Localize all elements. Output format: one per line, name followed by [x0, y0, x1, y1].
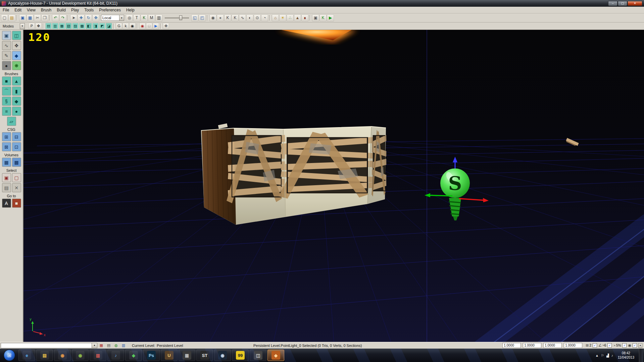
viewmode-wireframe-button[interactable]: ▥: [52, 23, 58, 29]
menu-item[interactable]: Brush: [38, 7, 54, 13]
scale-field[interactable]: 1.0000: [502, 343, 521, 348]
actor-classes-button[interactable]: T: [133, 14, 140, 21]
show-sprites-icon[interactable]: ◍: [113, 343, 119, 349]
menu-item[interactable]: Help: [123, 7, 137, 13]
chevron-down-icon[interactable]: ▼: [638, 343, 642, 348]
camera-capture-button[interactable]: ◉: [139, 23, 146, 29]
volumetric-brush-button[interactable]: ▱: [7, 117, 16, 126]
camera-speed-button[interactable]: ◉: [209, 14, 216, 21]
viewmode-unlit-button[interactable]: ▦: [59, 23, 65, 29]
taskbar-photoshop[interactable]: Ps: [143, 350, 160, 361]
rotation-grid-widget[interactable]: ∠ ~6: [598, 343, 606, 348]
show-desktop-button[interactable]: [639, 349, 643, 362]
scale-field[interactable]: 1.0000: [564, 343, 582, 348]
search-actors-button[interactable]: ◎: [126, 14, 133, 21]
taskbar-chrome[interactable]: ◉: [72, 350, 89, 361]
menu-item[interactable]: File: [0, 7, 12, 13]
csg-subtract-button[interactable]: ⊟: [12, 132, 21, 141]
menu-item[interactable]: Edit: [12, 7, 24, 13]
save-map-button[interactable]: ▣: [19, 14, 26, 21]
content-browser-button[interactable]: ▥: [155, 14, 162, 21]
chevron-down-icon[interactable]: ▼: [20, 23, 25, 29]
new-map-button[interactable]: ▢: [1, 14, 8, 21]
close-button[interactable]: ✕: [628, 1, 642, 6]
rotation-grid-checkbox[interactable]: ✓: [607, 343, 612, 348]
menu-item[interactable]: Preferences: [96, 7, 123, 13]
action-center-icon[interactable]: ⚐: [601, 354, 604, 357]
pan-tool-button[interactable]: ✥: [163, 23, 169, 29]
status-dropdown[interactable]: [1, 343, 92, 348]
menu-item[interactable]: Play: [68, 7, 82, 13]
taskbar-windows-explorer[interactable]: ▤: [36, 350, 53, 361]
volume-icon[interactable]: ♪: [611, 354, 613, 357]
taskbar-internet-explorer[interactable]: e: [18, 350, 35, 361]
taskbar-media-player[interactable]: ◉: [54, 350, 71, 361]
build-geometry-button[interactable]: ⌂: [272, 14, 279, 21]
menu-item[interactable]: Tools: [82, 7, 96, 13]
perspective-toggle-button[interactable]: P: [29, 23, 35, 29]
clear-viewport-button[interactable]: □: [146, 23, 152, 29]
game-view-button[interactable]: G: [116, 23, 122, 29]
scale-mode-button[interactable]: ✥: [92, 14, 99, 21]
geometry-mode-button[interactable]: ◆: [12, 51, 21, 60]
viewport-canvas[interactable]: S y x 120: [23, 30, 644, 342]
show-brushes-icon[interactable]: ▤: [106, 343, 112, 349]
sheet-brush-button[interactable]: ◆: [12, 97, 21, 106]
sphere-brush-button[interactable]: ●: [12, 107, 21, 116]
spiral-stair-brush-button[interactable]: §: [2, 97, 11, 106]
linear-stair-brush-button[interactable]: ≡: [2, 107, 11, 116]
cylinder-brush-button[interactable]: ▮: [12, 87, 21, 96]
translate-widget-button[interactable]: ✥: [12, 41, 21, 50]
select-mode-button[interactable]: ➤: [70, 14, 77, 21]
save-all-button[interactable]: ▦: [27, 14, 34, 21]
scene-manager-button[interactable]: K: [232, 14, 239, 21]
taskbar-st-app[interactable]: ST: [196, 350, 213, 361]
minimize-button[interactable]: –: [608, 1, 617, 6]
udk-frontend-button[interactable]: K: [319, 14, 327, 21]
play-in-editor-button[interactable]: ▶: [327, 14, 334, 21]
drag-grid-widget[interactable]: ⊞ 2: [586, 343, 591, 348]
world-properties-button[interactable]: ◐: [246, 14, 253, 21]
autosave-checkbox[interactable]: ✓: [622, 343, 627, 348]
coordinate-system-dropdown[interactable]: Local ▼: [101, 15, 124, 21]
open-map-button[interactable]: ▤: [8, 14, 15, 21]
cook-frontend-button[interactable]: ▣: [312, 14, 319, 21]
status-dropdown-arrow-icon[interactable]: ▼: [92, 343, 97, 348]
redo-button[interactable]: ↷: [59, 14, 66, 21]
realtime-audio-button[interactable]: ●: [217, 14, 224, 21]
viewmode-light-complexity-button[interactable]: ◧: [86, 23, 92, 29]
viewmode-lighting-only-button[interactable]: ▩: [79, 23, 85, 29]
taskbar-udk[interactable]: U: [161, 350, 178, 361]
open-kismet-button[interactable]: K: [141, 14, 148, 21]
build-paths-button[interactable]: ∴: [287, 14, 294, 21]
viewmode-lightmap-density-button[interactable]: ◪: [106, 23, 112, 29]
csg-intersect-button[interactable]: ⊠: [2, 142, 11, 151]
csg-add-button[interactable]: ⊞: [2, 132, 11, 141]
mesh-paint-mode-button[interactable]: ●: [2, 61, 11, 70]
menu-item[interactable]: View: [24, 7, 38, 13]
taskbar-green-app[interactable]: ◆: [125, 350, 142, 361]
drag-grid-checkbox[interactable]: ✓: [593, 343, 597, 348]
kismet-debugger-button[interactable]: K: [224, 14, 231, 21]
autosave-widget[interactable]: ◔ 5%: [613, 344, 621, 348]
network-icon[interactable]: ▟: [606, 354, 609, 357]
viewmode-lit-button[interactable]: ▧: [65, 23, 72, 29]
cone-brush-button[interactable]: ▲: [12, 76, 21, 86]
hidden-icons-button[interactable]: ▲: [595, 354, 599, 357]
show-volumes-icon[interactable]: ▦: [98, 343, 104, 349]
y-axis-arrow[interactable]: [429, 195, 452, 196]
taskbar-gray-app[interactable]: ▦: [179, 350, 195, 361]
cut-button[interactable]: ✂: [34, 14, 41, 21]
viewmode-detail-lighting-button[interactable]: ▨: [72, 23, 79, 29]
select-none-button[interactable]: ✕: [12, 183, 21, 192]
build-cover-button[interactable]: ▲: [294, 14, 301, 21]
taskbar-clock[interactable]: 08:42 11/04/2013: [615, 351, 637, 360]
hidden-actors-button[interactable]: k: [122, 23, 129, 29]
show-widget-button[interactable]: ✥: [35, 23, 42, 29]
chevron-down-icon[interactable]: ▼: [119, 15, 124, 21]
add-volume-button[interactable]: ▦: [2, 158, 11, 167]
foliage-mode-button[interactable]: ❋: [12, 61, 21, 70]
show-flags-button[interactable]: ◉: [129, 23, 136, 29]
texture-align-mode-button[interactable]: ✎: [2, 51, 11, 60]
play-settings-button[interactable]: ⊙: [254, 14, 261, 21]
